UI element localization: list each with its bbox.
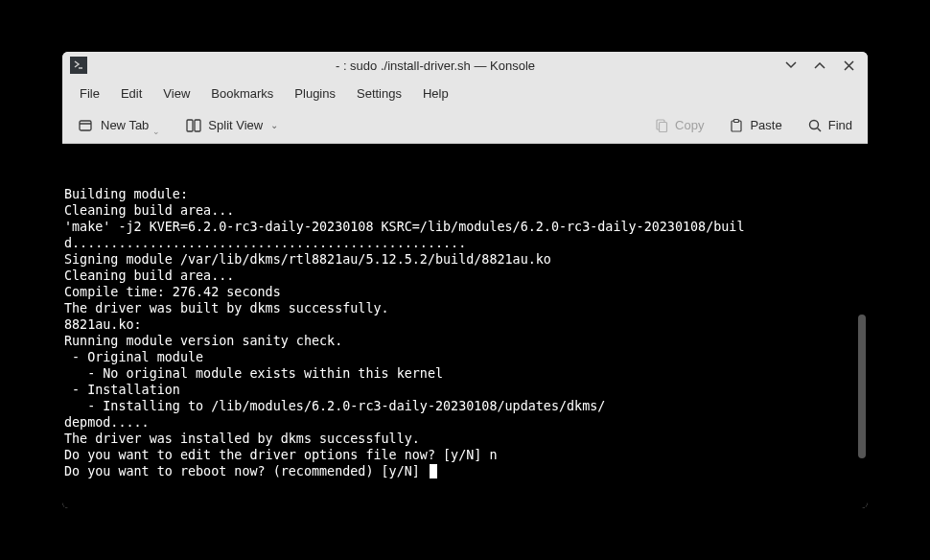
split-view-label: Split View (208, 118, 263, 132)
paste-icon (729, 118, 744, 133)
new-tab-label: New Tab (101, 118, 149, 132)
konsole-window: - : sudo ./install-driver.sh — Konsole F… (62, 52, 868, 508)
terminal-line: 'make' -j2 KVER=6.2.0-rc3-daily-20230108… (64, 219, 866, 251)
new-tab-icon (78, 117, 95, 134)
copy-label: Copy (675, 118, 704, 132)
terminal-line: Do you want to edit the driver options f… (64, 447, 866, 463)
menu-file[interactable]: File (70, 82, 109, 105)
menu-settings[interactable]: Settings (347, 82, 411, 105)
copy-button[interactable]: Copy (646, 114, 711, 137)
terminal-line: Cleaning build area... (64, 202, 866, 219)
menubar: File Edit View Bookmarks Plugins Setting… (62, 79, 868, 107)
window-controls (783, 58, 860, 73)
menu-help[interactable]: Help (413, 82, 458, 105)
chevron-down-icon: ⌄ (152, 127, 160, 136)
app-icon (70, 57, 87, 74)
find-button[interactable]: Find (800, 114, 860, 137)
svg-rect-3 (187, 120, 193, 131)
search-icon (807, 118, 823, 133)
terminal-area[interactable]: Building module:Cleaning build area...'m… (62, 144, 868, 508)
menu-view[interactable]: View (153, 82, 199, 105)
menu-edit[interactable]: Edit (111, 82, 151, 105)
close-button[interactable] (841, 58, 856, 73)
titlebar: - : sudo ./install-driver.sh — Konsole (62, 52, 868, 79)
paste-button[interactable]: Paste (721, 114, 789, 137)
scrollbar-thumb[interactable] (858, 315, 866, 458)
terminal-line: - Original module (64, 349, 866, 365)
maximize-button[interactable] (812, 58, 827, 73)
split-view-icon (185, 117, 202, 134)
split-view-button[interactable]: Split View ⌄ (177, 113, 286, 138)
terminal-line: depmod..... (64, 414, 866, 431)
svg-rect-6 (660, 122, 667, 131)
terminal-line: The driver was installed by dkms success… (64, 431, 866, 447)
chevron-down-icon[interactable]: ⌄ (270, 120, 278, 130)
find-label: Find (828, 118, 852, 132)
minimize-button[interactable] (783, 58, 799, 73)
terminal-line: Signing module /var/lib/dkms/rtl8821au/5… (64, 251, 866, 268)
terminal-line: - No original module exists within this … (64, 365, 866, 382)
paste-label: Paste (750, 118, 781, 132)
terminal-cursor (430, 464, 437, 478)
terminal-line: Building module: (64, 186, 866, 202)
svg-point-9 (809, 120, 818, 128)
terminal-line: Compile time: 276.42 seconds (64, 284, 866, 300)
svg-rect-8 (734, 119, 739, 122)
new-tab-button[interactable]: New Tab ⌄ (70, 113, 168, 138)
terminal-line: Do you want to reboot now? (recommended)… (64, 463, 866, 479)
terminal-line: 8821au.ko: (64, 316, 866, 333)
terminal-output: Building module:Cleaning build area...'m… (64, 186, 866, 479)
svg-line-10 (817, 128, 821, 131)
terminal-line: - Installation (64, 382, 866, 398)
toolbar: New Tab ⌄ Split View ⌄ Copy Paste (62, 107, 868, 144)
terminal-line: Running module version sanity check. (64, 333, 866, 349)
menu-plugins[interactable]: Plugins (285, 82, 345, 105)
svg-rect-4 (195, 120, 200, 131)
terminal-line: - Installing to /lib/modules/6.2.0-rc3-d… (64, 398, 866, 414)
copy-icon (654, 118, 669, 133)
terminal-line: Cleaning build area... (64, 268, 866, 284)
terminal-line: The driver was built by dkms successfull… (64, 300, 866, 316)
svg-rect-1 (80, 121, 91, 130)
window-title: - : sudo ./install-driver.sh — Konsole (91, 58, 779, 73)
menu-bookmarks[interactable]: Bookmarks (201, 82, 283, 105)
